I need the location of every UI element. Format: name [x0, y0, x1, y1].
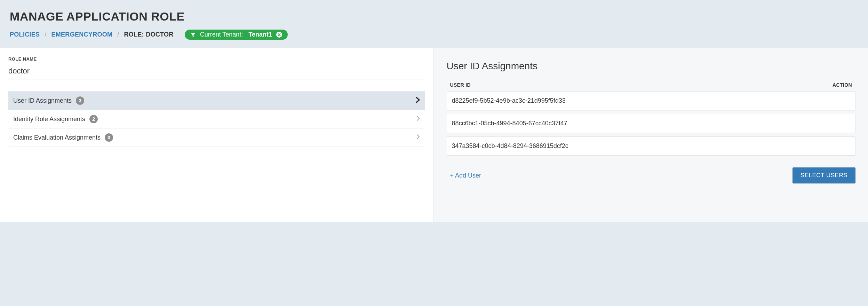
select-users-button[interactable]: SELECT USERS: [793, 167, 855, 183]
col-header-user-id: USER ID: [450, 82, 471, 88]
count-badge: 3: [76, 96, 84, 105]
role-name-label: ROLE NAME: [8, 56, 425, 62]
tenant-filter-name: Tenant1: [248, 31, 272, 38]
nav-item-claims-evaluation-assignments[interactable]: Claims Evaluation Assignments 0: [8, 128, 425, 147]
table-row[interactable]: 347a3584-c0cb-4d84-8294-3686915dcf2c: [447, 136, 856, 156]
assignment-nav-list: User ID Assignments 3 Identity Role Assi…: [8, 91, 425, 147]
table-row[interactable]: 88cc6bc1-05cb-4994-8405-67cc40c37f47: [447, 114, 856, 133]
col-header-action: ACTION: [833, 82, 852, 88]
nav-item-label: Identity Role Assignments: [13, 116, 85, 123]
breadcrumb-app[interactable]: EMERGENCYROOM: [51, 31, 112, 38]
nav-item-label: User ID Assignments: [13, 97, 72, 104]
assignment-detail-panel: User ID Assignments USER ID ACTION d8225…: [434, 48, 868, 222]
filter-icon: [190, 32, 196, 38]
close-icon[interactable]: [276, 32, 282, 38]
count-badge: 0: [105, 133, 113, 142]
breadcrumb-separator: /: [117, 31, 119, 38]
panel-title: User ID Assignments: [447, 61, 856, 72]
breadcrumb: POLICIES / EMERGENCYROOM / ROLE: DOCTOR …: [10, 30, 858, 40]
count-badge: 2: [89, 115, 98, 123]
chevron-right-icon: [416, 115, 420, 123]
nav-item-identity-role-assignments[interactable]: Identity Role Assignments 2: [8, 110, 425, 128]
breadcrumb-separator: /: [45, 31, 46, 38]
nav-item-label: Claims Evaluation Assignments: [13, 134, 101, 141]
role-name-input[interactable]: [8, 64, 425, 79]
tenant-filter-pill[interactable]: Current Tenant: Tenant1: [185, 30, 288, 40]
table-row[interactable]: d8225ef9-5b52-4e9b-ac3c-21d995f5fd33: [447, 91, 856, 110]
table-header: USER ID ACTION: [447, 80, 856, 91]
add-user-link[interactable]: + Add User: [450, 172, 481, 179]
breadcrumb-policies[interactable]: POLICIES: [10, 31, 40, 38]
nav-item-user-id-assignments[interactable]: User ID Assignments 3: [8, 92, 425, 110]
breadcrumb-current: ROLE: DOCTOR: [124, 31, 173, 38]
role-edit-panel: ROLE NAME User ID Assignments 3 Identity…: [0, 48, 434, 222]
chevron-right-icon: [415, 96, 420, 105]
tenant-filter-label: Current Tenant:: [200, 31, 243, 38]
page-title: MANAGE APPLICATION ROLE: [10, 10, 858, 23]
chevron-right-icon: [416, 134, 420, 141]
